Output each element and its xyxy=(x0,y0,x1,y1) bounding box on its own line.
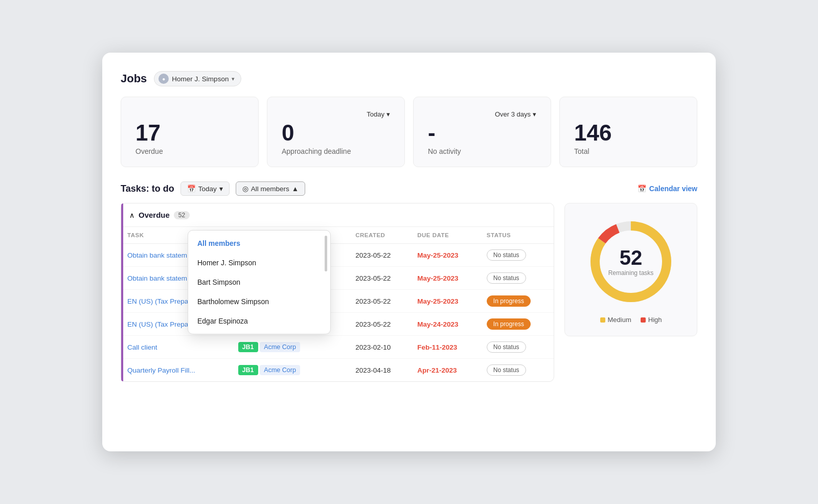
dropdown-item-all[interactable]: All members xyxy=(188,234,330,253)
stat-top-total xyxy=(574,108,683,120)
task-link[interactable]: Obtain bank statem... xyxy=(127,274,193,282)
overdue-number: 17 xyxy=(135,122,244,144)
task-created-cell: 2023-02-10 xyxy=(349,336,411,359)
task-due-cell: Feb-11-2023 xyxy=(411,336,481,359)
col-created: CREATED xyxy=(349,227,411,244)
today-chevron-icon: ▾ xyxy=(387,110,390,118)
over3days-filter-label: Over 3 days xyxy=(495,110,531,118)
task-link[interactable]: Call client xyxy=(127,343,157,351)
client-name-tag: Acme Corp xyxy=(260,342,300,352)
overdue-label: Overdue xyxy=(135,147,244,155)
dropdown-item-edgar[interactable]: Edgar Espinoza xyxy=(188,311,330,331)
no-activity-label: No activity xyxy=(428,147,536,155)
task-created-cell: 2023-05-22 xyxy=(349,290,411,313)
status-badge: No status xyxy=(487,341,526,353)
table-row: Quarterly Payroll Fill... JB1 Acme Corp … xyxy=(121,359,554,382)
task-status-cell: No status xyxy=(481,336,554,359)
task-due-cell: May-24-2023 xyxy=(411,313,481,336)
task-client-cell: JB1 Acme Corp xyxy=(232,336,350,359)
due-date-value: May-24-2023 xyxy=(417,320,458,328)
stat-card-no-activity: Over 3 days ▾ - No activity xyxy=(413,97,551,167)
calendar-view-icon: 📅 xyxy=(638,185,646,193)
user-filter-button[interactable]: ● Homer J. Simpson ▾ xyxy=(154,71,241,86)
status-badge: No status xyxy=(487,272,526,284)
member-filter-label: All members xyxy=(251,185,289,193)
due-date-value: May-25-2023 xyxy=(417,251,458,259)
donut-number: 52 xyxy=(608,247,654,268)
page-title: Jobs xyxy=(121,72,147,85)
date-chevron-icon: ▾ xyxy=(219,185,223,193)
stat-top-approaching: Today ▾ xyxy=(282,108,390,120)
member-filter-button[interactable]: ◎ All members ▲ xyxy=(236,181,305,196)
task-table: TASK CLIENT CREATED DUE DATE STATUS Obta… xyxy=(121,227,554,381)
overdue-section: ∧ Overdue 52 TASK CLIENT CREATED DUE DAT… xyxy=(121,203,554,382)
user-avatar-icon: ● xyxy=(158,74,169,84)
task-due-cell: May-25-2023 xyxy=(411,267,481,290)
stat-card-total: 146 Total xyxy=(559,97,697,167)
dropdown-item-bart[interactable]: Bart Simpson xyxy=(188,272,330,292)
task-due-cell: Apr-21-2023 xyxy=(411,359,481,382)
header: Jobs ● Homer J. Simpson ▾ xyxy=(121,71,697,86)
dropdown-item-bartholomew[interactable]: Bartholomew Simpson xyxy=(188,292,330,311)
tasks-section-title: Tasks: to do xyxy=(121,184,174,194)
status-badge: In progress xyxy=(487,318,531,330)
donut-label: Remaining tasks xyxy=(608,269,654,277)
due-date-value: May-25-2023 xyxy=(417,274,458,282)
task-name-cell: Quarterly Payroll Fill... xyxy=(121,359,232,382)
table-row: Call client JB1 Acme Corp 2023-02-10 Feb… xyxy=(121,336,554,359)
stat-top-overdue xyxy=(135,108,244,120)
donut-center: 52 Remaining tasks xyxy=(608,247,654,277)
overdue-header: ∧ Overdue 52 xyxy=(121,203,554,227)
client-code-tag: JB1 xyxy=(238,342,258,352)
col-due: DUE DATE xyxy=(411,227,481,244)
task-due-cell: May-25-2023 xyxy=(411,290,481,313)
task-link[interactable]: Obtain bank statem... xyxy=(127,251,193,259)
no-activity-number: - xyxy=(428,122,536,144)
member-dropdown: All membersHomer J. SimpsonBart SimpsonB… xyxy=(188,230,331,334)
task-status-cell: No status xyxy=(481,244,554,267)
high-label: High xyxy=(648,316,662,324)
today-filter-button[interactable]: Today ▾ xyxy=(367,110,390,118)
task-name-cell: Call client xyxy=(121,336,232,359)
approaching-label: Approaching deadline xyxy=(282,147,390,155)
today-filter-label: Today xyxy=(367,110,384,118)
stats-row: 17 Overdue Today ▾ 0 Approaching deadlin… xyxy=(121,97,697,167)
dropdown-item-homer[interactable]: Homer J. Simpson xyxy=(188,253,330,272)
table-header-row: TASK CLIENT CREATED DUE DATE STATUS xyxy=(121,227,554,244)
task-status-cell: No status xyxy=(481,267,554,290)
over3days-filter-button[interactable]: Over 3 days ▾ xyxy=(495,110,536,118)
overdue-title: Overdue xyxy=(139,211,170,219)
client-name-tag: Acme Corp xyxy=(260,365,300,375)
member-filter-icon: ◎ xyxy=(242,185,248,193)
stat-card-overdue: 17 Overdue xyxy=(121,97,259,167)
stat-card-approaching: Today ▾ 0 Approaching deadline xyxy=(267,97,405,167)
medium-dot xyxy=(600,317,605,323)
overdue-count-badge: 52 xyxy=(174,211,190,219)
collapse-overdue-button[interactable]: ∧ xyxy=(129,211,134,219)
dropdown-scrollbar xyxy=(325,236,327,271)
date-filter-button[interactable]: 📅 Today ▾ xyxy=(180,181,230,196)
task-created-cell: 2023-05-22 xyxy=(349,244,411,267)
status-badge: In progress xyxy=(487,295,531,307)
due-date-value: May-25-2023 xyxy=(417,297,458,305)
task-link[interactable]: Quarterly Payroll Fill... xyxy=(127,366,195,374)
legend-medium: Medium xyxy=(600,316,631,324)
status-badge: No status xyxy=(487,364,526,376)
task-client-cell: JB1 Acme Corp xyxy=(232,359,350,382)
client-code-tag: JB1 xyxy=(238,365,258,375)
task-due-cell: May-25-2023 xyxy=(411,244,481,267)
task-created-cell: 2023-05-22 xyxy=(349,267,411,290)
table-row: EN (US) (Tax Prepara... SN1 Nakama, Susa… xyxy=(121,290,554,313)
task-created-cell: 2023-05-22 xyxy=(349,313,411,336)
task-status-cell: In progress xyxy=(481,313,554,336)
calendar-icon: 📅 xyxy=(187,185,196,193)
task-status-cell: No status xyxy=(481,359,554,382)
table-area: ∧ Overdue 52 TASK CLIENT CREATED DUE DAT… xyxy=(121,203,554,382)
main-content: ∧ Overdue 52 TASK CLIENT CREATED DUE DAT… xyxy=(121,203,697,382)
high-dot xyxy=(641,317,646,323)
calendar-view-button[interactable]: 📅 Calendar view xyxy=(638,185,697,193)
task-status-cell: In progress xyxy=(481,290,554,313)
user-name-label: Homer J. Simpson xyxy=(172,75,229,83)
table-row: EN (US) (Tax Prepara... BJ1 Billy Jones … xyxy=(121,313,554,336)
medium-label: Medium xyxy=(608,316,631,324)
